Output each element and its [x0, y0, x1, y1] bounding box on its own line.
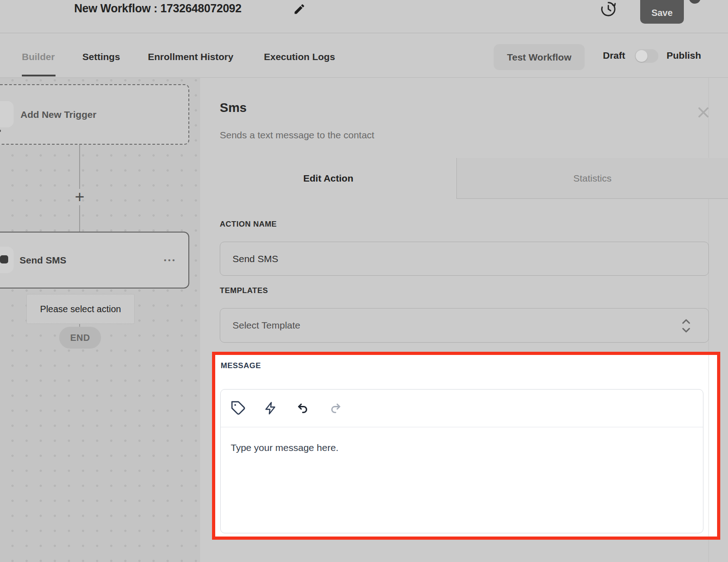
add-new-trigger-node[interactable]: Add New Trigger [0, 84, 189, 145]
panel-title: Sms [220, 101, 247, 115]
message-section-highlight: MESSAGE [212, 352, 720, 540]
undo-icon[interactable] [295, 400, 311, 416]
action-name-input[interactable] [220, 242, 709, 276]
message-placeholder[interactable]: Type your message here. [231, 442, 339, 453]
panel-subtitle: Sends a text message to the contact [220, 130, 374, 141]
action-name-label: ACTION NAME [220, 220, 277, 229]
toggle-knob [636, 50, 647, 62]
template-select[interactable]: Select Template [220, 308, 709, 343]
header-divider [0, 33, 728, 33]
trigger-icon [0, 130, 1, 132]
draft-label: Draft [603, 50, 625, 61]
tag-icon[interactable] [231, 400, 246, 416]
close-icon[interactable] [696, 105, 711, 120]
custom-values-lightning-icon[interactable] [263, 400, 278, 416]
trigger-icon-plate [0, 101, 14, 127]
active-tab-underline [22, 75, 56, 76]
message-editor-toolbar [221, 390, 703, 427]
panel-tabs: Edit Action Statistics [200, 158, 728, 199]
publish-toggle[interactable] [635, 49, 658, 63]
workflow-canvas[interactable]: Add New Trigger + Send SMS ••• Please se… [0, 78, 200, 562]
add-step-plus-button[interactable]: + [71, 188, 88, 206]
sms-node-icon [0, 255, 8, 263]
tab-builder[interactable]: Builder [22, 51, 55, 62]
edit-title-pencil-icon[interactable] [293, 3, 306, 15]
template-select-value: Select Template [233, 320, 300, 331]
send-sms-node[interactable]: Send SMS ••• [0, 232, 189, 289]
message-editor[interactable]: Type your message here. [220, 389, 703, 533]
tab-edit-action[interactable]: Edit Action [200, 158, 456, 199]
test-workflow-button[interactable]: Test Workflow [494, 44, 585, 70]
save-button[interactable]: Save [640, 0, 684, 24]
connector-line [79, 145, 80, 189]
redo-icon[interactable] [328, 400, 343, 416]
save-badge [689, 0, 701, 4]
templates-label: TEMPLATES [220, 286, 268, 295]
end-node: END [59, 327, 101, 349]
message-label: MESSAGE [221, 361, 261, 370]
tab-settings[interactable]: Settings [82, 51, 120, 62]
workflow-builder-app: New Workflow : 1732648072092 Save Builde… [0, 0, 728, 562]
publish-label: Publish [667, 50, 701, 61]
tab-execution-logs[interactable]: Execution Logs [264, 51, 335, 62]
tab-enrollment-history[interactable]: Enrollment History [148, 51, 233, 62]
connector-line [79, 205, 80, 232]
sms-node-menu-ellipsis[interactable]: ••• [164, 233, 177, 288]
please-select-action-hint: Please select action [26, 294, 135, 324]
chevron-up-down-icon [679, 317, 693, 335]
tab-statistics[interactable]: Statistics [456, 158, 728, 199]
trigger-label: Add New Trigger [20, 85, 96, 144]
version-history-icon[interactable] [600, 0, 617, 18]
sms-node-label: Send SMS [20, 233, 66, 288]
page-title: New Workflow : 1732648072092 [74, 2, 242, 15]
panel-right-gutter [708, 355, 709, 537]
